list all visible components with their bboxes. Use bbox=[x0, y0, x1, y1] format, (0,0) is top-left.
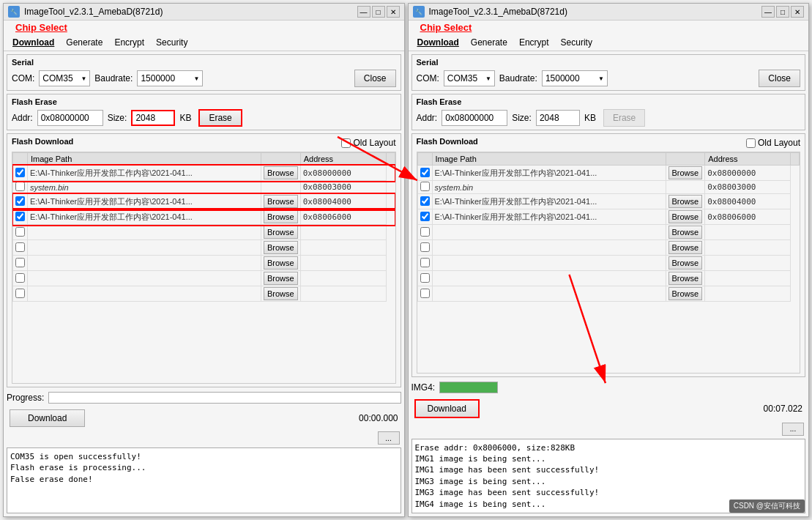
browse-btn-2-0[interactable]: Browse bbox=[668, 166, 703, 179]
browse-btn-2-3[interactable]: Browse bbox=[668, 210, 703, 223]
bottom-bar-2: Download 00:07.022 bbox=[411, 398, 806, 420]
old-layout-check-1[interactable]: Old Layout bbox=[341, 138, 395, 148]
old-layout-checkbox-2[interactable] bbox=[746, 138, 756, 148]
menu-encrypt-2[interactable]: Encrypt bbox=[513, 36, 555, 49]
row-check-1-3[interactable] bbox=[15, 212, 25, 221]
chip-select-link-1[interactable]: Chip Select bbox=[10, 21, 73, 34]
menu-generate-1[interactable]: Generate bbox=[60, 36, 108, 49]
row-addr-2-7 bbox=[705, 271, 791, 286]
menu-bar-1: Download Generate Encrypt Security bbox=[4, 34, 404, 51]
row-check-2-4[interactable] bbox=[420, 227, 430, 237]
close-btn-2[interactable]: ✕ bbox=[791, 6, 804, 18]
menu-download-2[interactable]: Download bbox=[411, 36, 465, 49]
row-check-2-2[interactable] bbox=[420, 196, 430, 206]
browse-btn-1-4[interactable]: Browse bbox=[264, 226, 298, 239]
row-check-2-3[interactable] bbox=[420, 212, 430, 221]
row-path-2-6 bbox=[432, 256, 666, 271]
row-path-2-1: system.bin bbox=[432, 181, 666, 194]
row-check-1-6[interactable] bbox=[15, 258, 25, 267]
old-layout-checkbox-1[interactable] bbox=[341, 138, 351, 148]
flash-erase-section-1: Flash Erase Addr: Size: KB Erase bbox=[7, 94, 401, 130]
row-check-1-1[interactable] bbox=[15, 182, 25, 191]
row-check-1-5[interactable] bbox=[15, 242, 25, 252]
row-check-2-7[interactable] bbox=[420, 273, 430, 283]
col-address-1: Address bbox=[300, 153, 386, 166]
row-addr-2-6 bbox=[705, 256, 791, 271]
browse-btn-2-4[interactable]: Browse bbox=[668, 226, 703, 239]
browse-btn-1-7[interactable]: Browse bbox=[264, 272, 298, 285]
download-btn-2[interactable]: Download bbox=[414, 399, 480, 418]
size-unit-2: KB bbox=[584, 113, 596, 123]
img4-label: IMG4: bbox=[411, 382, 436, 393]
close-serial-btn-2[interactable]: Close bbox=[759, 70, 800, 87]
addr-label-1: Addr: bbox=[12, 113, 33, 123]
menu-security-1[interactable]: Security bbox=[150, 36, 193, 49]
progress-bar-1 bbox=[48, 392, 401, 404]
serial-section-1: Serial COM: COM35 ▼ Baudrate: 1500000 ▼ … bbox=[7, 54, 401, 91]
serial-label-2: Serial bbox=[417, 58, 801, 67]
window-2: 🔧 ImageTool_v2.3.1_AmebaD(8721d) — □ ✕ C… bbox=[408, 3, 810, 517]
row-check-2-8[interactable] bbox=[420, 289, 430, 298]
browse-btn-2-5[interactable]: Browse bbox=[668, 241, 703, 254]
browse-btn-1-6[interactable]: Browse bbox=[264, 256, 298, 270]
com-combo-2[interactable]: COM35 ▼ bbox=[444, 70, 495, 86]
maximize-btn-2[interactable]: □ bbox=[776, 6, 789, 18]
row-check-2-6[interactable] bbox=[420, 258, 430, 267]
com-label-1: COM: bbox=[12, 73, 34, 83]
browse-btn-1-8[interactable]: Browse bbox=[264, 287, 298, 300]
menu-download-1[interactable]: Download bbox=[7, 36, 60, 49]
minimize-btn-1[interactable]: — bbox=[357, 6, 370, 18]
row-path-2-7 bbox=[432, 271, 666, 286]
row-check-1-8[interactable] bbox=[15, 289, 25, 298]
row-check-1-2[interactable] bbox=[15, 196, 25, 206]
old-layout-text-1: Old Layout bbox=[353, 138, 395, 148]
row-check-2-0[interactable] bbox=[420, 168, 430, 177]
log-line: IMG3 image is being sent... bbox=[415, 476, 802, 487]
size-input-1[interactable] bbox=[131, 110, 175, 126]
row-addr-2-8 bbox=[705, 286, 791, 302]
download-btn-1[interactable]: Download bbox=[10, 409, 85, 427]
row-addr-1-8 bbox=[300, 286, 386, 302]
addr-input-1[interactable] bbox=[37, 110, 103, 126]
close-serial-btn-1[interactable]: Close bbox=[354, 70, 396, 87]
flash-download-label-1: Flash Download bbox=[12, 137, 73, 146]
row-check-1-0[interactable] bbox=[15, 168, 25, 177]
menu-generate-2[interactable]: Generate bbox=[465, 36, 513, 49]
progress-label-1: Progress: bbox=[7, 393, 44, 403]
minimize-btn-2[interactable]: — bbox=[761, 6, 775, 18]
col-image-path-1: Image Path bbox=[28, 153, 261, 166]
app-icon-2: 🔧 bbox=[413, 6, 425, 18]
menu-encrypt-1[interactable]: Encrypt bbox=[108, 36, 150, 49]
row-check-1-7[interactable] bbox=[15, 273, 25, 283]
chip-select-link-2[interactable]: Chip Select bbox=[414, 21, 478, 34]
baudrate-label-1: Baudrate: bbox=[94, 73, 133, 83]
size-label-1: Size: bbox=[108, 113, 127, 123]
col-image-path-2: Image Path bbox=[432, 153, 666, 166]
close-btn-1[interactable]: ✕ bbox=[387, 6, 400, 18]
flash-table-2: Image Path Address E:\AI-Thinker应用开发部工作内… bbox=[417, 152, 801, 374]
baudrate-combo-2[interactable]: 1500000 ▼ bbox=[542, 70, 608, 86]
addr-input-2[interactable] bbox=[442, 110, 507, 126]
browse-btn-2-6[interactable]: Browse bbox=[668, 256, 703, 270]
expand-btn-1[interactable]: ... bbox=[378, 431, 400, 445]
row-check-2-1[interactable] bbox=[420, 182, 430, 191]
browse-btn-2-7[interactable]: Browse bbox=[668, 272, 703, 285]
browse-btn-1-3[interactable]: Browse bbox=[264, 210, 298, 223]
browse-btn-1-2[interactable]: Browse bbox=[264, 195, 298, 208]
erase-btn-2: Erase bbox=[603, 109, 645, 127]
row-check-1-4[interactable] bbox=[15, 227, 25, 237]
baudrate-combo-1[interactable]: 1500000 ▼ bbox=[137, 70, 203, 86]
browse-btn-1-0[interactable]: Browse bbox=[264, 166, 298, 179]
erase-btn-1[interactable]: Erase bbox=[198, 109, 242, 127]
log-line: Flash erase is processing... bbox=[10, 462, 398, 473]
size-input-2[interactable] bbox=[536, 110, 580, 126]
old-layout-check-2[interactable]: Old Layout bbox=[746, 138, 800, 148]
menu-security-2[interactable]: Security bbox=[555, 36, 598, 49]
com-combo-1[interactable]: COM35 ▼ bbox=[39, 70, 90, 86]
browse-btn-2-2[interactable]: Browse bbox=[668, 195, 703, 208]
expand-btn-2[interactable]: ... bbox=[782, 423, 804, 436]
row-check-2-5[interactable] bbox=[420, 242, 430, 252]
maximize-btn-1[interactable]: □ bbox=[372, 6, 385, 18]
browse-btn-2-8[interactable]: Browse bbox=[668, 287, 703, 300]
browse-btn-1-5[interactable]: Browse bbox=[264, 241, 298, 254]
